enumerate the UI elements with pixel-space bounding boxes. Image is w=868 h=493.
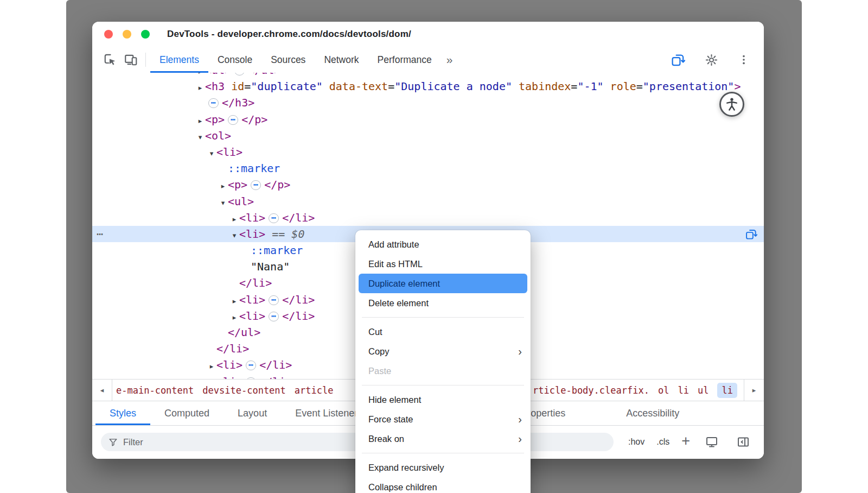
dom-token: </p> [264, 178, 290, 191]
context-menu-item-edit-as-html[interactable]: Edit as HTML [355, 254, 531, 274]
dom-token: "-1" [577, 80, 603, 93]
tab-sources[interactable]: Sources [261, 47, 315, 73]
disclosure-triangle-icon[interactable]: ▸ [218, 178, 228, 194]
expand-children-badge[interactable]: ⋯ [208, 98, 219, 108]
dom-token: </ul> [228, 326, 260, 339]
disclosure-triangle-icon[interactable]: ▾ [229, 227, 239, 244]
dom-token: <li> [239, 309, 265, 323]
context-menu-item-cut[interactable]: Cut [355, 322, 531, 342]
dom-token: <ul> [228, 195, 254, 208]
dom-token: data-text [323, 80, 388, 93]
menu-item-label: Cut [368, 327, 382, 337]
disclosure-triangle-icon[interactable]: ▸ [207, 358, 216, 375]
disclosure-triangle-icon[interactable]: ▸ [207, 375, 216, 379]
dom-token: == [265, 227, 291, 241]
dom-token: <li> [239, 227, 265, 241]
sidebar-tab-accessibility[interactable]: Accessibility [612, 401, 693, 425]
dom-tree-row[interactable]: ▾<ul> [92, 193, 764, 210]
context-menu-item-add-attribute[interactable]: Add attribute [355, 235, 531, 254]
tab-network[interactable]: Network [315, 47, 368, 73]
duplicate-node-icon[interactable] [745, 228, 757, 241]
minimize-button[interactable] [123, 30, 131, 39]
dom-tree-row[interactable]: ▸<p>⋯</p> [92, 111, 764, 128]
submenu-chevron-icon: › [518, 414, 522, 425]
breadcrumb-item[interactable]: article [295, 385, 334, 396]
disclosure-triangle-icon[interactable]: ▸ [195, 80, 205, 96]
toggle-hover-state-button[interactable]: :hov [628, 437, 644, 447]
more-tabs-chevron[interactable]: » [441, 53, 458, 66]
context-menu-item-hide-element[interactable]: Hide element [355, 390, 531, 409]
expand-children-badge[interactable]: ⋯ [269, 295, 279, 305]
dom-token: <p> [205, 113, 225, 126]
sidebar-tab-layout[interactable]: Layout [224, 401, 281, 425]
context-menu-item-copy[interactable]: Copy› [355, 342, 531, 361]
dom-token: </h3> [222, 96, 254, 109]
dom-tree-row[interactable]: ::marker [92, 160, 764, 176]
menu-separator [362, 385, 524, 385]
dom-tree-row[interactable]: ▸<li>⋯</li> [92, 210, 764, 226]
disclosure-triangle-icon[interactable]: ▾ [207, 146, 216, 162]
inspect-element-icon[interactable] [100, 50, 120, 69]
expand-children-badge[interactable]: ⋯ [228, 115, 238, 125]
dom-token: <li> [216, 146, 242, 159]
disclosure-triangle-icon[interactable]: ▾ [195, 129, 205, 146]
context-menu-item-collapse-children[interactable]: Collapse children [355, 477, 531, 493]
breadcrumb-item[interactable]: devsite-content [202, 385, 286, 396]
row-overflow-menu-icon[interactable]: ⋯ [97, 226, 103, 242]
context-menu-item-expand-recursively[interactable]: Expand recursively [355, 458, 531, 477]
expand-children-badge[interactable]: ⋯ [269, 213, 279, 223]
breadcrumb-item[interactable]: li [678, 385, 688, 396]
dom-tree-row[interactable]: ▾<li> [92, 144, 764, 160]
expand-children-badge[interactable]: ⋯ [246, 361, 256, 370]
context-menu-item-force-state[interactable]: Force state› [355, 409, 531, 429]
submenu-chevron-icon: › [518, 433, 522, 444]
duplicate-arrow-icon[interactable] [667, 50, 688, 69]
expand-children-badge[interactable]: ⋯ [234, 73, 245, 75]
dom-token: </li> [259, 375, 292, 379]
dom-token: </li> [259, 358, 292, 371]
dom-token: </ul> [248, 73, 280, 77]
accessibility-widget[interactable] [719, 92, 744, 117]
breadcrumb-scroll-right-icon[interactable]: ▸ [744, 380, 764, 401]
breadcrumb-item[interactable]: ol [658, 385, 669, 396]
dom-tree-row[interactable]: ▸<ul>⋯</ul> [92, 73, 764, 78]
tab-console[interactable]: Console [208, 47, 261, 73]
sidebar-tab-computed[interactable]: Computed [150, 401, 224, 425]
context-menu-item-break-on[interactable]: Break on› [355, 429, 531, 448]
device-toolbar-icon[interactable] [120, 50, 141, 69]
disclosure-triangle-icon[interactable]: ▸ [229, 309, 239, 326]
breadcrumb-scroll-left-icon[interactable]: ◂ [92, 380, 112, 401]
menu-item-label: Duplicate element [368, 279, 440, 289]
toggle-sidebar-icon[interactable] [733, 433, 753, 451]
breadcrumb-item[interactable]: rticle-body.clearfix. [533, 385, 649, 396]
filter-funnel-icon [108, 438, 118, 447]
new-style-rule-button[interactable]: + [681, 433, 690, 450]
close-button[interactable] [104, 30, 113, 39]
dom-tree-row[interactable]: ▾<ol> [92, 128, 764, 144]
menu-item-label: Copy [368, 346, 390, 357]
tab-performance[interactable]: Performance [368, 47, 441, 73]
breadcrumb-item[interactable]: ul [698, 385, 709, 396]
tab-elements[interactable]: Elements [150, 47, 208, 73]
context-menu-item-delete-element[interactable]: Delete element [355, 293, 531, 313]
dom-token: "Duplicate a node" [394, 80, 512, 93]
disclosure-triangle-icon[interactable]: ▸ [229, 293, 239, 309]
disclosure-triangle-icon[interactable]: ▸ [229, 211, 239, 227]
breadcrumb-item[interactable]: e-main-content [116, 385, 194, 396]
toggle-class-button[interactable]: .cls [656, 437, 669, 447]
kebab-menu-icon[interactable] [735, 52, 753, 68]
breadcrumb-item[interactable]: li [717, 383, 737, 398]
disclosure-triangle-icon[interactable]: ▸ [195, 113, 205, 129]
context-menu-item-duplicate-element[interactable]: Duplicate element [359, 274, 527, 293]
sidebar-tab-styles[interactable]: Styles [95, 401, 150, 425]
dom-tree-row[interactable]: ▸<h3 id="duplicate" data-text="Duplicate… [92, 78, 764, 94]
rendering-monitor-icon[interactable] [702, 433, 722, 451]
dom-tree-row[interactable]: ▸<p>⋯</p> [92, 176, 764, 193]
expand-children-badge[interactable]: ⋯ [269, 312, 279, 321]
disclosure-triangle-icon[interactable]: ▾ [218, 195, 228, 211]
settings-gear-icon[interactable] [701, 51, 722, 69]
zoom-button[interactable] [141, 30, 150, 39]
expand-children-badge[interactable]: ⋯ [251, 180, 261, 190]
dom-tree-row[interactable]: ⋯</h3> [92, 94, 764, 111]
dom-token: </p> [241, 113, 267, 126]
